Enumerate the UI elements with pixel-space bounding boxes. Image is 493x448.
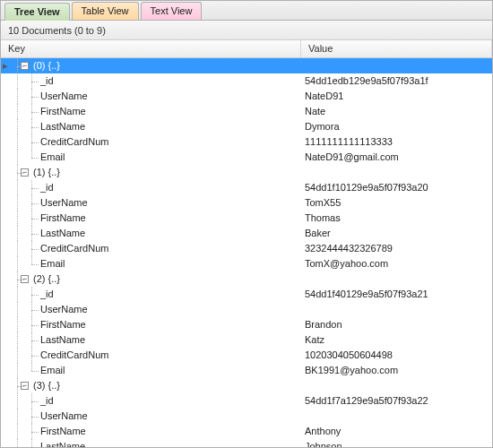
field-value: 3232444432326789 [301, 241, 492, 256]
field-key: Email [39, 150, 65, 165]
tree-node[interactable]: −(1) {..} [1, 165, 492, 180]
node-label: (1) {..} [31, 165, 60, 180]
field-value: Johnson [301, 439, 492, 447]
tree-leaf[interactable]: FirstNameBrandon [1, 317, 492, 332]
tree-leaf[interactable]: LastNameBaker [1, 226, 492, 241]
tree-node[interactable]: −(3) {..} [1, 378, 492, 393]
row-marker-icon: ▸ [1, 58, 10, 73]
tree-leaf[interactable]: EmailNateD91@gmail.com [1, 150, 492, 165]
tree-leaf[interactable]: LastNameDymora [1, 119, 492, 134]
field-value: 54dd1edb129e9a5f07f93a1f [301, 73, 492, 89]
tree-leaf[interactable]: FirstNameAnthony [1, 424, 492, 439]
tree-leaf[interactable]: UserName [1, 409, 492, 424]
tree-leaf[interactable]: FirstNameThomas [1, 211, 492, 226]
field-value: Brandon [301, 317, 492, 332]
tree-leaf[interactable]: UserNameNateD91 [1, 89, 492, 104]
field-value: Baker [301, 226, 492, 241]
field-key: UserName [39, 409, 88, 424]
tab-bar: Tree View Table View Text View [1, 1, 492, 21]
tree-leaf[interactable]: LastNameJohnson [1, 439, 492, 447]
field-value: Katz [301, 332, 492, 348]
field-value: TomX@yahoo.com [301, 256, 492, 271]
tree-leaf[interactable]: _id54dd1f7a129e9a5f07f93a22 [1, 393, 492, 409]
field-value: TomX55 [301, 195, 492, 211]
field-key: UserName [39, 302, 88, 317]
tree-leaf[interactable]: _id54dd1f10129e9a5f07f93a20 [1, 180, 492, 195]
field-key: _id [39, 287, 54, 302]
tab-table-view[interactable]: Table View [72, 2, 139, 20]
tree-leaf[interactable]: CreditCardNum1020304050604498 [1, 348, 492, 363]
field-key: LastName [39, 119, 85, 134]
field-value: NateD91 [301, 89, 492, 104]
field-value [301, 302, 492, 317]
column-value[interactable]: Value [301, 40, 492, 57]
column-key[interactable]: Key [1, 40, 301, 57]
tree-leaf[interactable]: CreditCardNum1111111111113333 [1, 134, 492, 150]
tree-leaf[interactable]: LastNameKatz [1, 332, 492, 348]
tree-body[interactable]: ▸−(0) {..}_id54dd1edb129e9a5f07f93a1fUse… [1, 58, 492, 447]
tab-tree-view[interactable]: Tree View [4, 3, 70, 21]
field-value: NateD91@gmail.com [301, 150, 492, 165]
field-key: FirstName [39, 104, 86, 119]
column-headers: Key Value [1, 40, 492, 58]
field-key: _id [39, 180, 54, 195]
field-value: Thomas [301, 211, 492, 226]
field-key: _id [39, 393, 54, 409]
tree-node[interactable]: ▸−(0) {..} [1, 58, 492, 73]
field-key: LastName [39, 226, 85, 241]
tab-text-view[interactable]: Text View [141, 2, 203, 20]
tree-leaf[interactable]: CreditCardNum3232444432326789 [1, 241, 492, 256]
field-key: UserName [39, 89, 88, 104]
field-value: 54dd1f10129e9a5f07f93a20 [301, 180, 492, 195]
node-label: (2) {..} [31, 271, 60, 287]
field-key: FirstName [39, 317, 86, 332]
node-label: (0) {..} [31, 58, 60, 73]
tree-leaf[interactable]: _id54dd1edb129e9a5f07f93a1f [1, 73, 492, 89]
tree-leaf[interactable]: EmailTomX@yahoo.com [1, 256, 492, 271]
field-key: CreditCardNum [39, 348, 108, 363]
field-key: Email [39, 256, 65, 271]
field-value: 1020304050604498 [301, 348, 492, 363]
field-key: UserName [39, 195, 88, 211]
field-key: FirstName [39, 424, 86, 439]
field-value: Dymora [301, 119, 492, 134]
tree-leaf[interactable]: FirstNameNate [1, 104, 492, 119]
field-value: Nate [301, 104, 492, 119]
field-value: 54dd1f7a129e9a5f07f93a22 [301, 393, 492, 409]
field-key: _id [39, 73, 54, 89]
field-key: Email [39, 363, 65, 378]
status-bar: 10 Documents (0 to 9) [1, 21, 492, 40]
field-key: LastName [39, 439, 85, 447]
tree-leaf[interactable]: EmailBK1991@yahoo.com [1, 363, 492, 378]
field-value: 54dd1f40129e9a5f07f93a21 [301, 287, 492, 302]
field-value: BK1991@yahoo.com [301, 363, 492, 378]
field-key: LastName [39, 332, 85, 348]
tree-leaf[interactable]: UserNameTomX55 [1, 195, 492, 211]
field-key: FirstName [39, 211, 86, 226]
field-key: CreditCardNum [39, 134, 108, 150]
field-value: 1111111111113333 [301, 134, 492, 150]
field-value [301, 409, 492, 424]
mongo-viewer-window: Tree View Table View Text View 10 Docume… [0, 0, 493, 448]
tree-leaf[interactable]: UserName [1, 302, 492, 317]
node-label: (3) {..} [31, 378, 60, 393]
tree-leaf[interactable]: _id54dd1f40129e9a5f07f93a21 [1, 287, 492, 302]
field-key: CreditCardNum [39, 241, 108, 256]
tree-node[interactable]: −(2) {..} [1, 271, 492, 287]
field-value: Anthony [301, 424, 492, 439]
